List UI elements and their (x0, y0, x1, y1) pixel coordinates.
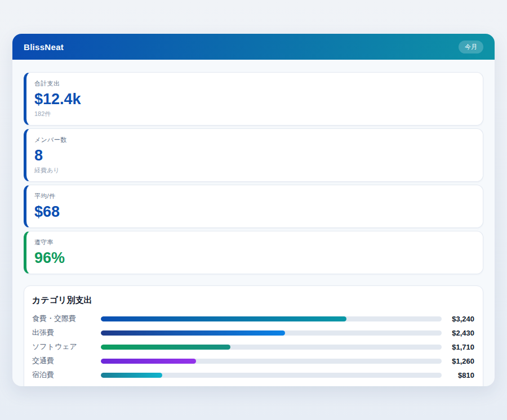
category-value: $1,710 (442, 343, 474, 351)
bar-fill (101, 345, 230, 350)
bar-track (101, 345, 442, 350)
dashboard-body: 合計支出 $12.4k 182件 メンバー数 8 経費あり 平均/件 $68 遵… (12, 60, 495, 386)
stat-value: $12.4k (34, 91, 475, 108)
stat-card-average-per-item: 平均/件 $68 (24, 185, 483, 228)
bar-track (101, 359, 442, 364)
bar-fill (101, 316, 346, 321)
stat-card-compliance-rate: 遵守率 96% (24, 231, 483, 274)
category-label: 宿泊費 (32, 370, 101, 380)
category-row-business-trip: 出張費 $2,430 (32, 328, 474, 337)
dashboard-window: BlissNeat 今月 合計支出 $12.4k 182件 メンバー数 8 経費… (12, 34, 495, 386)
bar-fill (101, 373, 162, 378)
category-label: ソフトウェア (32, 342, 101, 352)
category-value: $2,430 (442, 329, 474, 337)
stat-card-total-spend: 合計支出 $12.4k 182件 (24, 72, 483, 126)
category-row-transport: 交通費 $1,260 (32, 356, 474, 365)
stat-subtext: 経費あり (34, 166, 475, 175)
stat-label: 平均/件 (34, 192, 475, 200)
app-title: BlissNeat (24, 42, 64, 52)
category-row-lodging: 宿泊費 $810 (32, 370, 474, 379)
stat-subtext: 182件 (34, 110, 475, 118)
category-row-software: ソフトウェア $1,710 (32, 342, 474, 351)
bar-track (101, 316, 442, 321)
stat-value: 96% (34, 249, 475, 267)
category-label: 食費・交際費 (32, 314, 101, 324)
category-spend-card: カテゴリ別支出 食費・交際費 $3,240 出張費 $2,430 (24, 285, 483, 386)
category-value: $3,240 (442, 315, 474, 323)
category-row-food: 食費・交際費 $3,240 (32, 314, 474, 323)
stat-label: メンバー数 (34, 136, 475, 144)
bar-track (101, 330, 442, 336)
stat-card-list: 合計支出 $12.4k 182件 メンバー数 8 経費あり 平均/件 $68 遵… (24, 72, 483, 274)
stat-value: $68 (34, 203, 475, 221)
bar-track (101, 373, 442, 378)
stat-value: 8 (34, 147, 475, 164)
category-label: 交通費 (32, 356, 101, 366)
category-card-title: カテゴリ別支出 (32, 295, 474, 306)
category-value: $810 (442, 371, 474, 379)
bar-fill (101, 359, 196, 364)
bar-fill (101, 330, 285, 336)
category-row-list: 食費・交際費 $3,240 出張費 $2,430 ソフトウェア (32, 314, 474, 379)
app-header: BlissNeat 今月 (12, 34, 495, 60)
stat-label: 合計支出 (34, 79, 475, 88)
category-value: $1,260 (442, 357, 474, 365)
stat-card-member-count: メンバー数 8 経費あり (24, 128, 483, 182)
period-badge[interactable]: 今月 (459, 41, 483, 53)
stat-label: 遵守率 (34, 238, 475, 247)
category-label: 出張費 (32, 328, 101, 338)
